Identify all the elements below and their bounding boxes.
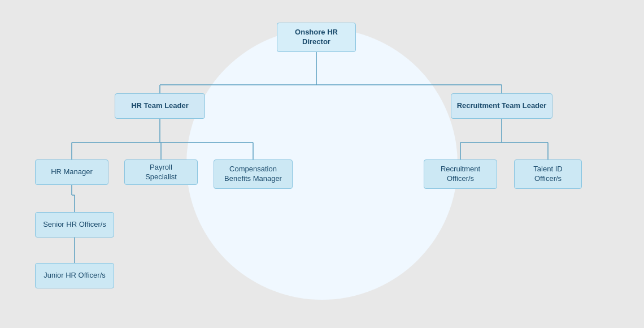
diagram-container: Onshore HR Director HR Team Leader Recru… <box>11 6 633 322</box>
node-senior-hr-officer: Senior HR Officer/s <box>35 212 114 238</box>
node-compensation-benefits-manager: CompensationBenefits Manager <box>214 159 293 189</box>
node-hr-director: Onshore HR Director <box>277 23 356 52</box>
node-junior-hr-officer: Junior HR Officer/s <box>35 263 114 288</box>
node-recruitment-officer: RecruitmentOfficer/s <box>424 159 497 189</box>
node-recruitment-team-leader: Recruitment Team Leader <box>451 93 552 119</box>
node-hr-team-leader: HR Team Leader <box>115 93 205 119</box>
node-hr-manager: HR Manager <box>35 159 108 185</box>
node-payroll-specialist: PayrollSpecialist <box>124 159 198 185</box>
node-talent-id-officer: Talent IDOfficer/s <box>514 159 582 189</box>
